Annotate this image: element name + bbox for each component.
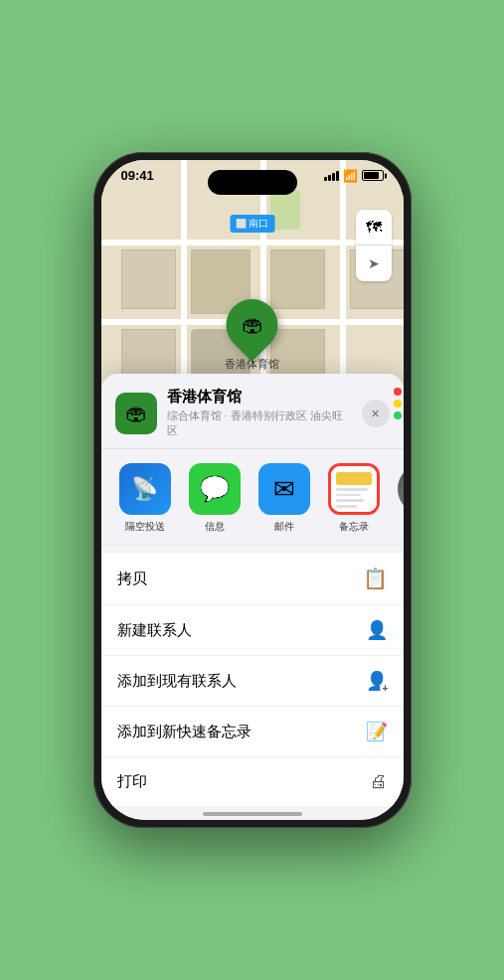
print-label: 打印 xyxy=(117,772,147,791)
map-controls: 🗺 ➤ xyxy=(356,210,392,281)
venue-icon: 🏟 xyxy=(115,393,157,434)
copy-icon: 📋 xyxy=(363,567,388,590)
map-north-label: ⬜南口 xyxy=(230,215,274,233)
phone-frame: 09:41 📶 xyxy=(93,152,412,828)
action-list: 拷贝 📋 新建联系人 👤 添加到现有联系人 👤+ 添加到新快速备忘录 📝 xyxy=(101,553,404,806)
action-new-contact[interactable]: 新建联系人 👤 xyxy=(101,605,404,656)
notes-icon xyxy=(328,463,380,515)
quick-note-icon: 📝 xyxy=(366,721,388,742)
phone-screen: 09:41 📶 xyxy=(101,160,404,820)
share-item-notes[interactable]: 备忘录 xyxy=(324,463,384,534)
status-time: 09:41 xyxy=(121,168,154,183)
venue-description: 综合体育馆 · 香港特别行政区 油尖旺区 xyxy=(167,408,352,438)
action-add-contact[interactable]: 添加到现有联系人 👤+ xyxy=(101,656,404,707)
share-row: 📡 隔空投送 💬 信息 ✉ 邮件 xyxy=(101,449,404,545)
action-print[interactable]: 打印 🖨 xyxy=(101,757,404,806)
battery-icon xyxy=(362,170,384,181)
venue-name: 香港体育馆 xyxy=(167,388,352,407)
location-icon: ➤ xyxy=(368,255,380,271)
action-copy[interactable]: 拷贝 📋 xyxy=(101,553,404,605)
wifi-icon: 📶 xyxy=(343,169,358,183)
map-type-button[interactable]: 🗺 xyxy=(356,210,392,245)
share-item-more[interactable]: ••• 推 xyxy=(394,463,404,534)
airdrop-icon: 📡 xyxy=(119,463,171,515)
new-contact-icon: 👤 xyxy=(366,619,388,641)
add-contact-label: 添加到现有联系人 xyxy=(117,672,237,691)
sheet-header: 🏟 香港体育馆 综合体育馆 · 香港特别行政区 油尖旺区 × xyxy=(101,374,404,449)
more-share-icon: ••• xyxy=(398,463,404,515)
close-button[interactable]: × xyxy=(362,400,390,427)
dynamic-island xyxy=(208,170,297,195)
notes-label: 备忘录 xyxy=(339,520,369,534)
map-icon: 🗺 xyxy=(366,219,382,237)
quick-note-label: 添加到新快速备忘录 xyxy=(117,723,252,741)
venue-info: 香港体育馆 综合体育馆 · 香港特别行政区 油尖旺区 xyxy=(167,388,352,438)
new-contact-label: 新建联系人 xyxy=(117,621,192,640)
airdrop-label: 隔空投送 xyxy=(125,520,165,534)
messages-label: 信息 xyxy=(205,520,225,534)
bottom-sheet: 🏟 香港体育馆 综合体育馆 · 香港特别行政区 油尖旺区 × 📡 隔空投送 xyxy=(101,374,404,820)
messages-icon: 💬 xyxy=(189,463,241,515)
signal-icon xyxy=(324,171,339,181)
add-contact-icon: 👤+ xyxy=(366,670,388,692)
home-indicator xyxy=(203,812,302,816)
action-quick-note[interactable]: 添加到新快速备忘录 📝 xyxy=(101,707,404,757)
share-item-messages[interactable]: 💬 信息 xyxy=(185,463,245,534)
mail-label: 邮件 xyxy=(274,520,294,534)
pin-icon: 🏟 xyxy=(242,312,263,338)
share-item-mail[interactable]: ✉ 邮件 xyxy=(254,463,314,534)
status-icons: 📶 xyxy=(324,169,384,183)
location-pin: 🏟 香港体育馆 xyxy=(225,299,279,372)
copy-label: 拷贝 xyxy=(117,570,147,588)
mail-icon: ✉ xyxy=(258,463,310,515)
share-item-airdrop[interactable]: 📡 隔空投送 xyxy=(115,463,175,534)
location-button[interactable]: ➤ xyxy=(356,245,392,281)
print-icon: 🖨 xyxy=(370,771,388,792)
